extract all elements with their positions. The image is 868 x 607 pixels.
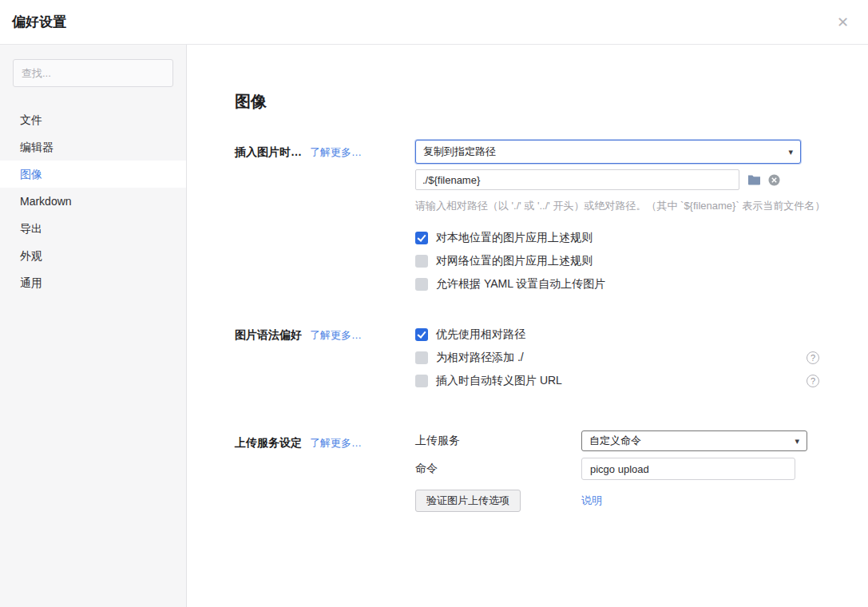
search-input[interactable] bbox=[13, 59, 173, 87]
window-header: 偏好设置 ✕ bbox=[0, 0, 868, 45]
section-label: 插入图片时… bbox=[235, 145, 302, 158]
upload-help-link[interactable]: 说明 bbox=[581, 494, 602, 508]
checkbox-row: 对本地位置的图片应用上述规则 bbox=[415, 226, 830, 249]
section-label: 上传服务设定 bbox=[235, 436, 302, 449]
section-label: 图片语法偏好 bbox=[235, 328, 302, 341]
checkbox-row: 对网络位置的图片应用上述规则 bbox=[415, 249, 830, 272]
chevron-down-icon: ▾ bbox=[795, 436, 799, 446]
image-settings-panel: 图像 插入图片时… 了解更多… 复制到指定路径 ▾ bbox=[187, 45, 868, 607]
checkbox-escape-image-url[interactable] bbox=[415, 375, 428, 387]
validate-upload-button[interactable]: 验证图片上传选项 bbox=[415, 490, 521, 512]
path-hint-text: 请输入相对路径（以 './' 或 '../' 开头）或绝对路径。（其中 `${f… bbox=[415, 199, 830, 213]
upload-service-label: 上传服务 bbox=[415, 434, 581, 448]
checkbox-label: 插入时自动转义图片 URL bbox=[436, 374, 562, 388]
copy-path-input[interactable] bbox=[415, 169, 739, 190]
checkbox-apply-local[interactable] bbox=[415, 232, 428, 244]
sidebar-item-editor[interactable]: 编辑器 bbox=[0, 133, 186, 161]
checkbox-row: 插入时自动转义图片 URL ? bbox=[415, 369, 830, 392]
sidebar-item-general[interactable]: 通用 bbox=[0, 269, 186, 296]
checkbox-label: 对网络位置的图片应用上述规则 bbox=[436, 254, 593, 268]
command-label: 命令 bbox=[415, 462, 581, 476]
close-icon[interactable]: ✕ bbox=[837, 15, 849, 30]
sidebar-item-export[interactable]: 导出 bbox=[0, 215, 186, 242]
select-value: 复制到指定路径 bbox=[423, 145, 496, 159]
checkbox-apply-web[interactable] bbox=[415, 255, 428, 268]
image-syntax-section: 图片语法偏好 了解更多… 优先使用相对路径 为相对路径添加 ./ ? bbox=[235, 323, 830, 392]
upload-service-select[interactable]: 自定义命令 ▾ bbox=[581, 430, 807, 451]
checkbox-row: 为相对路径添加 ./ ? bbox=[415, 346, 830, 369]
chevron-down-icon: ▾ bbox=[788, 147, 793, 157]
learn-more-link[interactable]: 了解更多… bbox=[310, 146, 362, 158]
checkbox-row: 允许根据 YAML 设置自动上传图片 bbox=[415, 272, 830, 296]
sidebar-item-image[interactable]: 图像 bbox=[0, 161, 186, 188]
help-icon[interactable]: ? bbox=[807, 351, 819, 364]
insert-action-select[interactable]: 复制到指定路径 ▾ bbox=[415, 140, 801, 164]
checkbox-label: 为相对路径添加 ./ bbox=[436, 351, 524, 365]
sidebar-item-appearance[interactable]: 外观 bbox=[0, 242, 186, 269]
checkbox-add-dot-slash[interactable] bbox=[415, 351, 428, 364]
preferences-window: 偏好设置 ✕ 文件 编辑器 图像 Markdown 导出 外观 通用 图像 插入… bbox=[0, 0, 868, 607]
checkbox-yaml-upload[interactable] bbox=[415, 278, 428, 291]
checkbox-prefer-relative-path[interactable] bbox=[415, 328, 428, 341]
insert-image-section: 插入图片时… 了解更多… 复制到指定路径 ▾ bbox=[235, 140, 830, 296]
sidebar-nav: 文件 编辑器 图像 Markdown 导出 外观 通用 bbox=[0, 106, 186, 296]
page-title: 图像 bbox=[235, 91, 830, 113]
sidebar-item-file[interactable]: 文件 bbox=[0, 106, 186, 133]
clear-input-icon[interactable] bbox=[768, 174, 780, 186]
window-title: 偏好设置 bbox=[12, 13, 66, 31]
help-icon[interactable]: ? bbox=[807, 375, 819, 387]
checkbox-label: 对本地位置的图片应用上述规则 bbox=[436, 231, 593, 245]
checkbox-row: 优先使用相对路径 bbox=[415, 323, 830, 346]
folder-icon[interactable] bbox=[747, 174, 761, 185]
learn-more-link[interactable]: 了解更多… bbox=[310, 329, 362, 341]
checkbox-label: 允许根据 YAML 设置自动上传图片 bbox=[436, 277, 605, 292]
learn-more-link[interactable]: 了解更多… bbox=[310, 437, 362, 449]
sidebar-item-markdown[interactable]: Markdown bbox=[0, 188, 186, 215]
sidebar: 文件 编辑器 图像 Markdown 导出 外观 通用 bbox=[0, 45, 187, 607]
command-input[interactable] bbox=[581, 458, 795, 480]
select-value: 自定义命令 bbox=[589, 434, 641, 448]
upload-service-section: 上传服务设定 了解更多… 上传服务 自定义命令 ▾ 命令 bbox=[235, 430, 830, 518]
checkbox-label: 优先使用相对路径 bbox=[436, 327, 525, 342]
